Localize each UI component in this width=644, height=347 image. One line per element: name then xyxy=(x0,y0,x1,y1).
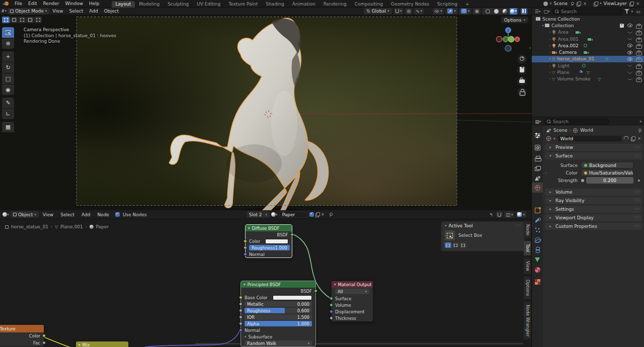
scene-selector[interactable]: ▾ Scene ✕ xyxy=(541,1,589,7)
shader-menu-view[interactable]: View xyxy=(40,212,56,217)
render-toggle-icon[interactable] xyxy=(636,64,641,68)
select-mode-intersect[interactable] xyxy=(34,17,42,23)
eye-closed-icon[interactable] xyxy=(627,31,632,33)
tab-rendering[interactable]: Rendering xyxy=(319,1,351,8)
tab-layout[interactable]: Layout xyxy=(112,1,135,8)
material-browse-icon[interactable]: ▾ xyxy=(271,211,278,218)
outliner-row-area-002[interactable]: › Area.002 xyxy=(532,42,644,49)
transform-orientation-dropdown[interactable]: ⇅ Global ▾ xyxy=(364,8,392,15)
render-toggle-icon[interactable] xyxy=(636,77,641,81)
tool-move[interactable]: + xyxy=(2,51,14,62)
roughness-slider[interactable]: Roughness 0.600 xyxy=(245,308,312,313)
surface-value-button[interactable]: Background xyxy=(581,162,633,168)
outliner-display-mode-dropdown[interactable]: ☰▾ xyxy=(534,8,541,15)
tab-animation[interactable]: Animation xyxy=(288,1,319,8)
render-toggle-icon[interactable] xyxy=(636,70,641,74)
solid-shading-button[interactable] xyxy=(493,8,500,15)
viewport-3d[interactable]: Options ▾ ⊕ + ↻ □ ◉ ✎ ∟ ▦ Camera Perspec… xyxy=(0,15,531,210)
options-button[interactable]: Options ▾ xyxy=(501,17,528,23)
node-canvas[interactable]: horse_statue_01 › ▽ Plane.001 › Paper ▾ … xyxy=(0,219,531,347)
node-wave-texture[interactable]: ▾ Wave Texture Color Fac xyxy=(0,324,44,347)
menu-render[interactable]: Render xyxy=(40,1,62,6)
select-mode-subtract[interactable] xyxy=(460,242,466,248)
tab-object[interactable] xyxy=(532,205,543,215)
outliner-row-camera[interactable]: › Camera xyxy=(532,49,644,55)
close-icon[interactable]: ✕ xyxy=(635,2,640,6)
panel-preview[interactable]: ▸Preview ∷∷ xyxy=(545,144,642,151)
input-socket[interactable] xyxy=(239,315,243,319)
material-shading-button[interactable] xyxy=(501,8,509,15)
tab-material[interactable] xyxy=(532,265,543,275)
tab-tool[interactable] xyxy=(532,130,543,140)
filter-funnel-icon[interactable] xyxy=(624,9,629,14)
outliner-filter-icon[interactable]: ▢▾ xyxy=(543,8,550,15)
eye-icon[interactable] xyxy=(627,44,632,47)
alpha-slider[interactable]: Alpha 1.000 xyxy=(245,321,312,326)
copy-icon[interactable] xyxy=(630,136,635,141)
world-name-field[interactable]: World xyxy=(557,135,622,142)
viewport-menu-add[interactable]: Add xyxy=(86,9,101,14)
select-mode-subtract[interactable] xyxy=(18,17,26,23)
input-socket[interactable] xyxy=(239,309,243,312)
editor-type-icon[interactable]: #▾ xyxy=(0,8,8,15)
world-datablock-icon[interactable] xyxy=(546,136,551,141)
tab-physics[interactable] xyxy=(532,235,543,245)
pause-render-button[interactable] xyxy=(521,8,527,15)
show-overlays-dropdown[interactable]: ☉ ▾ xyxy=(459,8,471,15)
close-icon[interactable]: ✕ xyxy=(583,2,587,6)
output-socket[interactable] xyxy=(290,233,294,236)
outliner-row-horse-statue[interactable]: ›▽ horse_statue_01 ▽ xyxy=(532,56,644,62)
volume-input-socket[interactable] xyxy=(330,303,333,307)
breadcrumb-data[interactable]: Plane.001 xyxy=(60,224,83,229)
unlink-material-icon[interactable]: ✕ xyxy=(320,212,325,217)
wireframe-shading-button[interactable] xyxy=(484,8,492,15)
tab-view-layer[interactable] xyxy=(532,163,543,173)
add-workspace-button[interactable]: + xyxy=(461,1,473,8)
tab-world[interactable] xyxy=(532,183,543,193)
tab-options[interactable]: Options xyxy=(524,276,531,300)
pin-icon[interactable] xyxy=(570,2,574,6)
fac-output-socket[interactable] xyxy=(42,341,46,344)
parent-node-tree-icon[interactable]: ↰ xyxy=(487,211,495,218)
tab-shading[interactable]: Shading xyxy=(262,1,288,8)
ior-slider[interactable]: IOR 1.500 xyxy=(245,314,312,320)
render-toggle-icon[interactable] xyxy=(636,50,641,54)
tab-texture[interactable] xyxy=(532,277,543,287)
color-swatch[interactable] xyxy=(265,239,288,244)
eye-closed-icon[interactable] xyxy=(627,71,632,73)
eye-icon[interactable] xyxy=(627,57,632,61)
outliner-row-plane[interactable]: ›▽ Plane ▽ xyxy=(532,69,644,75)
input-socket[interactable] xyxy=(239,322,243,325)
select-mode-invert[interactable] xyxy=(26,17,34,23)
select-mode-extend[interactable] xyxy=(10,17,18,23)
pin-icon[interactable] xyxy=(637,128,641,133)
viewlayer-selector[interactable]: ▾ ViewLayer ✕ xyxy=(591,1,642,7)
viewport-menu-object[interactable]: Object xyxy=(101,9,122,14)
node-mix[interactable]: ▾ Mix xyxy=(75,341,129,347)
proportional-editing-toggle[interactable]: ◎ xyxy=(405,8,412,15)
xray-toggle[interactable]: ▣ xyxy=(473,8,480,15)
new-scene-icon[interactable] xyxy=(576,2,581,6)
blender-logo-icon[interactable] xyxy=(3,1,10,6)
editor-type-icon[interactable]: ▾ xyxy=(2,211,10,218)
select-mode-set[interactable] xyxy=(2,17,10,23)
subsurface-method-dropdown[interactable]: Random Walk ▾ xyxy=(245,340,312,346)
roughness-slider[interactable]: Roughness 1.000 xyxy=(249,245,290,250)
tab-object-data[interactable] xyxy=(532,254,543,265)
render-toggle-icon[interactable] xyxy=(636,44,641,48)
input-socket[interactable] xyxy=(244,246,247,249)
input-socket[interactable] xyxy=(239,296,243,299)
material-name-field[interactable]: Paper xyxy=(279,211,308,218)
tab-render[interactable] xyxy=(532,142,543,152)
editor-type-icon[interactable]: ▤▾ xyxy=(534,118,542,125)
pin-icon[interactable] xyxy=(328,212,333,217)
shader-menu-add[interactable]: Add xyxy=(78,212,93,217)
select-box-tool-icon[interactable] xyxy=(445,230,455,240)
tool-transform[interactable]: ◉ xyxy=(2,84,14,95)
falloff-dropdown[interactable]: ∿ ▾ xyxy=(414,8,424,15)
show-gizmo-dropdown[interactable]: ↗ ▾ xyxy=(446,8,457,15)
shader-editor[interactable]: ▾ Object ▾ View Select Add Node Use Node… xyxy=(0,210,531,347)
zoom-icon[interactable] xyxy=(517,54,527,64)
slot-dropdown[interactable]: Slot 2 ▾ xyxy=(247,211,270,218)
overlay-dropdown[interactable]: ◫▾ xyxy=(504,211,514,218)
